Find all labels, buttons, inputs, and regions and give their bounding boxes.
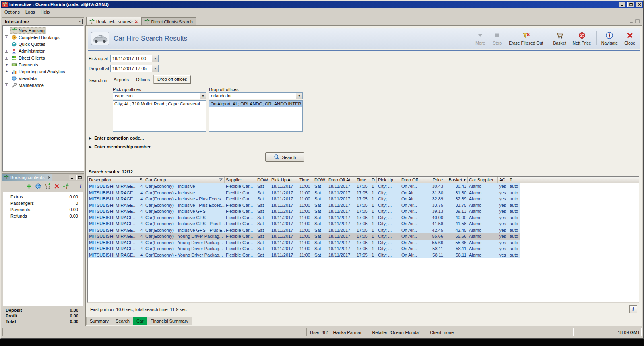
result-row[interactable]: MITSUBISHI MIRAGE...4Car(Economy) - Incl… (88, 202, 520, 209)
search-tab-offices[interactable]: Offices (133, 76, 153, 84)
column-header-drop-off-at[interactable]: Drop Off At (327, 177, 355, 183)
tab-summary[interactable]: Summary (86, 317, 112, 325)
sidebar-item-administrator[interactable]: +Administrator (3, 47, 83, 54)
more-icon (476, 31, 484, 39)
close-button[interactable] (636, 2, 642, 7)
tab-car[interactable]: Car (133, 317, 147, 325)
collapse-panel-button[interactable]: - (77, 19, 83, 24)
result-row[interactable]: MITSUBISHI MIRAGE...4Car(Economy) - Youn… (88, 233, 520, 240)
column-header-pick-up[interactable]: Pick Up (377, 177, 400, 183)
result-row[interactable]: MITSUBISHI MIRAGE...4Car(Economy) - Youn… (88, 246, 520, 252)
mdi-minimize-button[interactable] (629, 19, 634, 23)
column-header-ac[interactable]: AC (498, 177, 508, 183)
column-header-price[interactable]: Price (422, 177, 444, 183)
navigate-button[interactable]: Navigate (599, 28, 621, 49)
sidebar-item-quick-quotes[interactable]: +Quick Quotes (3, 41, 83, 47)
result-row[interactable]: MITSUBISHI MIRAGE...4Car(Economy) - Incl… (88, 190, 520, 196)
office-list-item[interactable]: City; AL; 710 Mullet Road ; Cape Canaver… (113, 101, 206, 107)
tab-booking-ref[interactable]: Book. ref.: <none> (86, 17, 141, 25)
booking-contents-row[interactable]: Payments0.00 (3, 206, 83, 213)
sidebar-item-label: Quick Quotes (19, 42, 45, 47)
booking-contents-tab[interactable]: Booking contents (2, 174, 52, 181)
column-header-basket[interactable]: Basket▼ (444, 177, 468, 183)
result-row[interactable]: MITSUBISHI MIRAGE...4Car(Economy) - Youn… (88, 252, 520, 259)
erase-filtered-out-button[interactable]: Erase Filtered Out (506, 28, 546, 49)
menu-item-options[interactable]: Options (2, 8, 23, 16)
column-header-s[interactable]: S (136, 177, 144, 183)
dropoff-datetime-combo[interactable]: 18/11/2017 17:05 ▼ (110, 65, 159, 72)
tab-search[interactable]: Search (112, 317, 133, 325)
transfer-palm-icon[interactable] (63, 183, 69, 189)
column-header-dow[interactable]: DOW (313, 177, 327, 183)
maximize-button[interactable] (627, 2, 634, 7)
result-row[interactable]: MITSUBISHI MIRAGE...4Car(Economy) - Youn… (88, 240, 520, 246)
result-row[interactable]: MITSUBISHI MIRAGE...4Car(Economy) - Incl… (88, 208, 520, 215)
bc-minimize-button[interactable] (69, 175, 75, 180)
expand-icon[interactable]: + (5, 56, 8, 60)
basket-button[interactable]: Basket (550, 28, 569, 49)
expand-icon[interactable]: + (5, 83, 8, 87)
search-tab-drop-off-offices[interactable]: Drop off offices (154, 75, 191, 84)
expand-icon[interactable]: + (5, 35, 8, 39)
sidebar-item-reporting-and-analytics[interactable]: +Reporting and Analytics (3, 68, 83, 75)
info-icon[interactable]: i (80, 183, 81, 189)
expand-icon[interactable]: + (5, 70, 8, 73)
dropdown-arrow-icon[interactable]: ▼ (152, 65, 158, 72)
world-icon[interactable] (35, 183, 41, 189)
column-header-supplier[interactable]: Supplier (225, 177, 256, 183)
membership-number-expander[interactable]: ▶ Enter membership number... (89, 144, 154, 149)
result-row[interactable]: MITSUBISHI MIRAGE...4Car(Economy) - Incl… (88, 196, 520, 202)
tab-direct-clients-search[interactable]: Direct Clients Search (141, 17, 196, 25)
result-row[interactable]: MITSUBISHI MIRAGE...4Car(Economy) - Incl… (88, 215, 520, 221)
column-header-time[interactable]: Time (298, 177, 313, 183)
add-icon[interactable] (26, 183, 32, 189)
column-header-car-group[interactable]: Car Group (144, 177, 225, 183)
tab-label: Book. ref.: <none> (96, 19, 133, 24)
info-button[interactable]: i (629, 305, 637, 313)
dropoff-offices-combo[interactable]: orlando int ▼ (209, 92, 303, 99)
sidebar-item-viewdata[interactable]: +Viewdata (3, 75, 83, 82)
result-row[interactable]: MITSUBISHI MIRAGE...4Car(Economy) - Incl… (88, 183, 520, 190)
booking-contents-row[interactable]: Extras0.00 (3, 194, 83, 200)
column-header-d[interactable]: D (370, 177, 377, 183)
pickup-datetime-combo[interactable]: 18/11/2017 11:00 ▼ (110, 55, 159, 62)
column-header-drop-off[interactable]: Drop Off (400, 177, 422, 183)
expand-icon[interactable]: + (5, 63, 8, 66)
column-header-dow[interactable]: DOW (256, 177, 270, 183)
menu-item-help[interactable]: Help (38, 8, 53, 16)
sidebar-item-direct-clients[interactable]: +Direct Clients (3, 54, 83, 61)
column-header-pick-up-at[interactable]: Pick Up At (270, 177, 298, 183)
expand-icon[interactable]: + (5, 49, 8, 53)
close-booking-contents-icon[interactable] (47, 176, 51, 179)
dropdown-arrow-icon[interactable]: ▼ (296, 93, 302, 99)
column-header-time[interactable]: Time (355, 177, 370, 183)
sidebar-item-new-booking[interactable]: +New Booking (3, 27, 83, 34)
column-header-t[interactable]: T (508, 177, 520, 183)
column-header-description[interactable]: Description (88, 177, 136, 183)
bc-maximize-button[interactable] (76, 175, 83, 180)
office-list-item[interactable]: On Airport; AL; ORLANDO; ORLANDO INTER..… (209, 101, 302, 107)
result-row[interactable]: MITSUBISHI MIRAGE...4Car(Economy) - Incl… (88, 227, 520, 234)
booking-contents-row[interactable]: Passengers0 (3, 200, 83, 206)
column-header-car-supplier[interactable]: Car Supplier (468, 177, 498, 183)
sidebar-item-completed-bookings[interactable]: +Completed Bookings (3, 34, 83, 41)
close-page-button[interactable]: Close (621, 28, 638, 49)
basket-add-icon[interactable] (44, 183, 51, 189)
nett-price-button[interactable]: Nett Price (570, 28, 594, 49)
booking-contents-row[interactable]: Refunds0.00 (3, 213, 83, 219)
sidebar-item-maintenance[interactable]: +Maintenance (3, 82, 83, 89)
mdi-restore-button[interactable] (635, 19, 640, 23)
result-row[interactable]: MITSUBISHI MIRAGE...4Car(Economy) - Incl… (88, 221, 520, 227)
search-tab-airports[interactable]: Airports (110, 76, 132, 84)
menu-item-logs[interactable]: Logs (23, 8, 38, 16)
dropdown-arrow-icon[interactable]: ▼ (200, 93, 206, 99)
tab-financial-summary[interactable]: Financial Summary (147, 317, 192, 325)
pickup-offices-combo[interactable]: cape can ▼ (113, 92, 206, 99)
delete-icon[interactable] (54, 183, 60, 189)
sidebar-item-payments[interactable]: +Payments (3, 61, 83, 68)
promotion-code-expander[interactable]: ▶ Enter promotion code... (89, 136, 144, 140)
minimize-button[interactable] (619, 2, 625, 7)
dropdown-arrow-icon[interactable]: ▼ (152, 55, 158, 62)
close-tab-icon[interactable] (134, 20, 138, 23)
search-button[interactable]: Search (265, 152, 304, 162)
